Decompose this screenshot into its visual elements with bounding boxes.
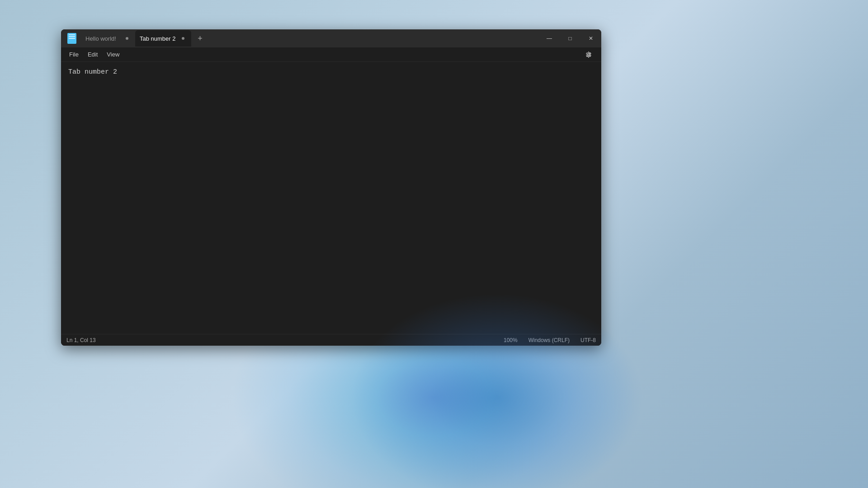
tab-close-dot (126, 37, 128, 40)
tab-hello-world-close[interactable] (123, 35, 131, 42)
tab-hello-world[interactable]: Hello world! (81, 30, 135, 47)
menu-items: File Edit View (65, 49, 124, 60)
encoding: UTF-8 (580, 337, 596, 343)
title-bar: Hello world! Tab number 2 + — □ ✕ (61, 29, 601, 47)
status-bar: Ln 1, Col 13 100% Windows (CRLF) UTF-8 (61, 334, 601, 346)
menu-bar: File Edit View (61, 47, 601, 62)
status-left: Ln 1, Col 13 (66, 337, 96, 343)
maximize-button[interactable]: □ (560, 29, 580, 47)
menu-edit[interactable]: Edit (83, 49, 102, 60)
notepad-icon (67, 33, 76, 44)
minimize-button[interactable]: — (539, 29, 560, 47)
zoom-level: 100% (504, 337, 518, 343)
tab-tab-number-2[interactable]: Tab number 2 (135, 30, 191, 47)
window-controls: — □ ✕ (539, 29, 601, 47)
tab-tab-number-2-label: Tab number 2 (140, 35, 176, 42)
new-tab-button[interactable]: + (193, 31, 208, 46)
cursor-position: Ln 1, Col 13 (66, 337, 96, 343)
tab-close-dot-2 (182, 37, 184, 40)
settings-button[interactable] (581, 48, 596, 61)
notepad-window: Hello world! Tab number 2 + — □ ✕ (61, 29, 601, 346)
editor-area[interactable]: Tab number 2 (61, 62, 601, 334)
editor-content[interactable]: Tab number 2 (68, 67, 594, 78)
status-right: 100% Windows (CRLF) UTF-8 (504, 337, 596, 343)
tab-hello-world-label: Hello world! (85, 35, 120, 42)
menu-file[interactable]: File (65, 49, 83, 60)
app-icon (65, 31, 79, 46)
line-ending: Windows (CRLF) (528, 337, 570, 343)
tab-tab-number-2-close[interactable] (179, 35, 187, 42)
tabs-area: Hello world! Tab number 2 + (81, 29, 539, 47)
close-button[interactable]: ✕ (580, 29, 601, 47)
menu-view[interactable]: View (102, 49, 124, 60)
gear-icon (585, 51, 592, 58)
